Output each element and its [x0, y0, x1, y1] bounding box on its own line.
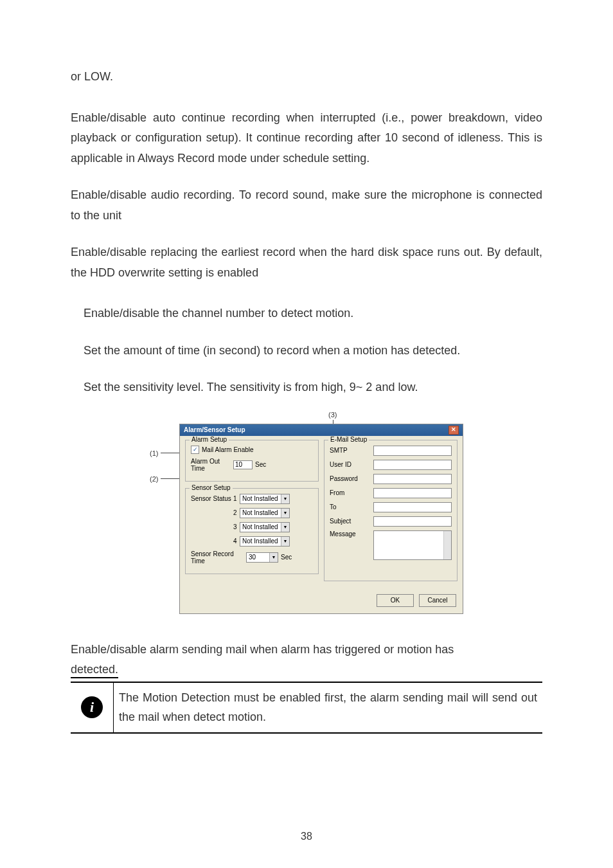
- annotation-3: (3): [328, 411, 337, 419]
- sensor-1-select[interactable]: Not Installed▼: [240, 494, 290, 504]
- chevron-down-icon: ▼: [281, 494, 289, 503]
- dialog-screenshot: (1) (2) (3) Alarm/Sensor Setup ✕: [71, 424, 542, 614]
- chevron-down-icon: ▼: [281, 509, 289, 518]
- chevron-down-icon: ▼: [281, 523, 289, 532]
- subject-label: Subject: [330, 518, 373, 525]
- password-label: Password: [330, 475, 373, 482]
- userid-input[interactable]: [373, 460, 452, 470]
- paragraph-motion-time: Set the amount of time (in second) to re…: [84, 341, 542, 361]
- subject-input[interactable]: [373, 516, 452, 527]
- paragraph-motion-sensitivity: Set the sensitivity level. The sensitivi…: [84, 377, 542, 398]
- sensor-num-4: 4: [233, 538, 240, 545]
- mail-alarm-label: Mail Alarm Enable: [202, 446, 254, 453]
- sensor-2-select[interactable]: Not Installed▼: [240, 508, 290, 518]
- sensor-num-1: 1: [233, 495, 240, 502]
- paragraph-mail-alarm: Enable/disable alarm sending mail when a…: [71, 640, 542, 680]
- email-setup-legend: E-Mail Setup: [328, 436, 369, 443]
- close-icon[interactable]: ✕: [449, 426, 459, 435]
- message-textarea[interactable]: [373, 530, 452, 560]
- sec-label: Sec: [255, 461, 266, 468]
- mail-alarm-checkbox[interactable]: ✓: [191, 446, 199, 454]
- dialog-titlebar: Alarm/Sensor Setup ✕: [180, 424, 463, 436]
- info-note: i The Motion Detection must be enabled f…: [71, 682, 542, 734]
- dialog-title: Alarm/Sensor Setup: [184, 426, 245, 433]
- scrollbar[interactable]: [443, 531, 451, 559]
- info-icon: i: [81, 696, 103, 718]
- email-setup-group: E-Mail Setup SMTP User ID Password From …: [324, 440, 458, 581]
- cancel-button[interactable]: Cancel: [419, 594, 456, 607]
- sensor-setup-group: Sensor Setup Sensor Status 1 Not Install…: [185, 488, 319, 574]
- paragraph-overwrite: Enable/disable replacing the earliest re…: [71, 242, 542, 283]
- sensor-status-label: Sensor Status: [191, 495, 233, 502]
- page-number: 38: [71, 805, 542, 842]
- paragraph-audio: Enable/disable audio recording. To recor…: [71, 185, 542, 226]
- sensor-num-2: 2: [233, 509, 240, 516]
- sensor-record-time-label: Sensor Record Time: [191, 550, 246, 565]
- paragraph-or-low: or LOW.: [71, 67, 542, 87]
- sensor-3-select[interactable]: Not Installed▼: [240, 522, 290, 532]
- password-input[interactable]: [373, 474, 452, 484]
- annotation-2: (2): [150, 475, 158, 483]
- sensor-4-select[interactable]: Not Installed▼: [240, 536, 290, 547]
- paragraph-auto-continue: Enable/disable auto continue recording w…: [71, 108, 542, 169]
- chevron-down-icon: ▼: [281, 537, 289, 546]
- smtp-input[interactable]: [373, 446, 452, 456]
- sensor-num-3: 3: [233, 523, 240, 530]
- message-label: Message: [330, 530, 373, 538]
- annotation-1: (1): [150, 449, 158, 457]
- paragraph-motion-enable: Enable/disable the channel number to det…: [84, 303, 542, 324]
- sensor-record-time-select[interactable]: 30▼: [246, 552, 278, 563]
- ok-button[interactable]: OK: [377, 594, 414, 607]
- sec-label-2: Sec: [281, 554, 292, 561]
- sensor-setup-legend: Sensor Setup: [190, 484, 233, 491]
- smtp-label: SMTP: [330, 447, 373, 454]
- alarm-setup-legend: Alarm Setup: [190, 436, 229, 443]
- alarm-sensor-dialog: Alarm/Sensor Setup ✕ Alarm Setup ✓ Mail …: [179, 424, 463, 614]
- alarm-out-time-label: Alarm Out Time: [191, 458, 233, 472]
- from-input[interactable]: [373, 488, 452, 498]
- alarm-setup-group: Alarm Setup ✓ Mail Alarm Enable Alarm Ou…: [185, 440, 319, 482]
- userid-label: User ID: [330, 461, 373, 468]
- chevron-down-icon: ▼: [269, 553, 278, 562]
- alarm-out-time-input[interactable]: 10: [233, 460, 253, 469]
- detected-underlined: detected.: [71, 663, 118, 678]
- to-input[interactable]: [373, 502, 452, 512]
- info-note-text: The Motion Detection must be enabled fir…: [119, 688, 537, 727]
- from-label: From: [330, 489, 373, 496]
- to-label: To: [330, 503, 373, 511]
